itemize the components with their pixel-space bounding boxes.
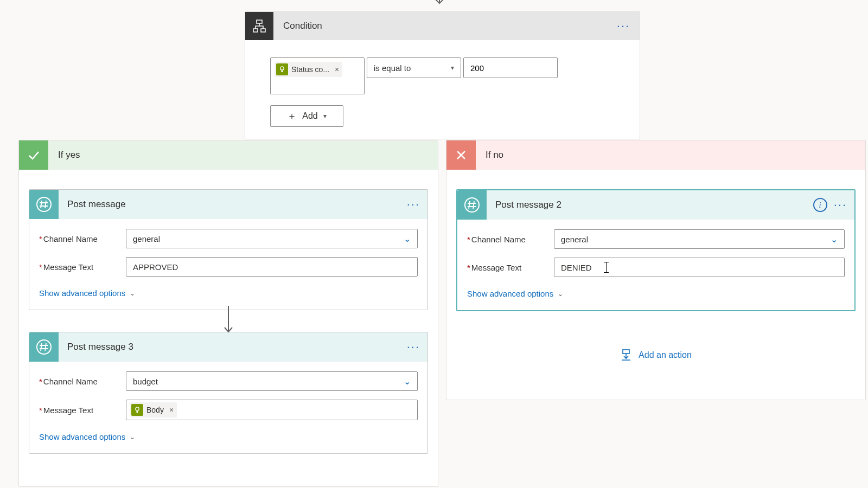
show-advanced-link[interactable]: Show advanced options ⌄: [467, 286, 563, 306]
post-message-3-header[interactable]: Post message 3 ···: [29, 332, 427, 362]
message-text-input[interactable]: DENIED: [554, 258, 845, 277]
svg-point-6: [37, 340, 51, 354]
post-message-2-card: Post message 2 i ··· *Channel Name gener…: [456, 189, 856, 311]
condition-operator-select[interactable]: is equal to ▾: [367, 57, 461, 78]
channel-value: general: [561, 235, 588, 244]
chevron-down-icon: ▾: [451, 64, 454, 72]
action-menu-icon[interactable]: ···: [834, 198, 847, 212]
svg-rect-4: [282, 70, 283, 72]
slack-hash-icon: [29, 332, 59, 362]
post-message-2-header[interactable]: Post message 2 i ···: [457, 190, 854, 220]
condition-header[interactable]: Condition ···: [245, 12, 640, 40]
svg-point-7: [136, 407, 139, 410]
svg-rect-10: [623, 350, 629, 354]
token-remove-icon[interactable]: ×: [335, 65, 339, 74]
lightbulb-icon: [131, 404, 143, 416]
add-action-button[interactable]: Add an action: [446, 349, 865, 361]
condition-icon: [245, 12, 273, 40]
condition-expression-row: Status co... × is equal to ▾: [270, 57, 615, 94]
channel-name-select[interactable]: budget ⌄: [126, 371, 418, 391]
slack-hash-icon: [457, 190, 487, 220]
if-no-branch: If no Post message 2 i ··· *Channel Name…: [446, 140, 866, 400]
post-message-title: Post message: [59, 199, 407, 210]
post-message-header[interactable]: Post message ···: [29, 190, 427, 219]
if-no-title: If no: [476, 150, 503, 160]
if-no-header: If no: [446, 140, 865, 170]
plus-icon: ＋: [287, 110, 297, 123]
condition-left-operand[interactable]: Status co... ×: [270, 57, 365, 94]
post-message-card: Post message ··· *Channel Name general ⌄…: [29, 189, 428, 310]
condition-add-button[interactable]: ＋ Add ▾: [270, 105, 343, 127]
dynamic-token-body[interactable]: Body ×: [130, 402, 177, 418]
operator-value: is equal to: [374, 63, 411, 73]
chevron-down-icon: ▾: [323, 112, 327, 120]
token-label: Status co...: [291, 65, 329, 74]
svg-point-9: [465, 198, 479, 212]
chevron-down-icon: ⌄: [130, 433, 135, 441]
dynamic-token-status-code[interactable]: Status co... ×: [275, 62, 342, 77]
channel-name-label: *Channel Name: [467, 235, 554, 244]
show-advanced-link[interactable]: Show advanced options ⌄: [39, 285, 135, 305]
if-yes-title: If yes: [48, 150, 80, 160]
chevron-down-icon: ⌄: [404, 376, 411, 387]
lightbulb-icon: [276, 63, 288, 75]
chevron-down-icon: ⌄: [404, 234, 411, 244]
message-value: DENIED: [561, 263, 592, 272]
channel-name-label: *Channel Name: [39, 234, 126, 243]
message-text-label: *Message Text: [467, 263, 554, 272]
add-label: Add: [302, 111, 317, 121]
chevron-down-icon: ⌄: [831, 234, 838, 245]
show-advanced-link[interactable]: Show advanced options ⌄: [39, 429, 135, 449]
message-text-label: *Message Text: [39, 262, 126, 272]
message-text-input[interactable]: Body ×: [126, 400, 418, 420]
close-icon: [446, 140, 476, 170]
add-action-icon: [620, 349, 632, 361]
post-message-3-card: Post message 3 ··· *Channel Name budget …: [29, 332, 428, 454]
svg-rect-2: [261, 29, 265, 32]
chevron-down-icon: ⌄: [558, 290, 563, 298]
if-yes-branch: If yes Post message ··· *Channel Name ge…: [18, 140, 438, 487]
channel-name-select[interactable]: general ⌄: [554, 229, 845, 249]
text-caret: [606, 262, 607, 273]
condition-card: Condition ··· Status co... × is equal to…: [245, 11, 640, 139]
chevron-down-icon: ⌄: [130, 290, 135, 297]
action-menu-icon[interactable]: ···: [407, 340, 420, 354]
post-message-3-title: Post message 3: [59, 342, 407, 352]
slack-hash-icon: [29, 190, 59, 219]
condition-value-input[interactable]: [463, 57, 558, 78]
svg-point-5: [37, 197, 51, 211]
add-action-label: Add an action: [639, 350, 692, 360]
channel-name-label: *Channel Name: [39, 377, 126, 386]
channel-name-select[interactable]: general ⌄: [126, 229, 418, 248]
channel-value: budget: [133, 377, 158, 386]
condition-menu-icon[interactable]: ···: [614, 19, 633, 33]
post-message-2-title: Post message 2: [487, 200, 813, 210]
condition-title: Condition: [273, 21, 614, 31]
token-remove-icon[interactable]: ×: [169, 406, 174, 414]
token-label: Body: [146, 406, 164, 414]
svg-rect-0: [257, 20, 262, 23]
message-text-label: *Message Text: [39, 406, 126, 415]
channel-value: general: [133, 234, 160, 243]
svg-rect-1: [253, 29, 258, 32]
message-text-input[interactable]: APPROVED: [126, 257, 418, 277]
checkmark-icon: [19, 140, 48, 170]
message-value: APPROVED: [133, 262, 178, 272]
info-icon[interactable]: i: [813, 198, 827, 212]
if-yes-header: If yes: [19, 140, 438, 170]
svg-rect-8: [137, 411, 138, 413]
flow-arrow-in: [434, 0, 445, 7]
svg-point-3: [280, 67, 284, 70]
action-menu-icon[interactable]: ···: [407, 197, 420, 211]
